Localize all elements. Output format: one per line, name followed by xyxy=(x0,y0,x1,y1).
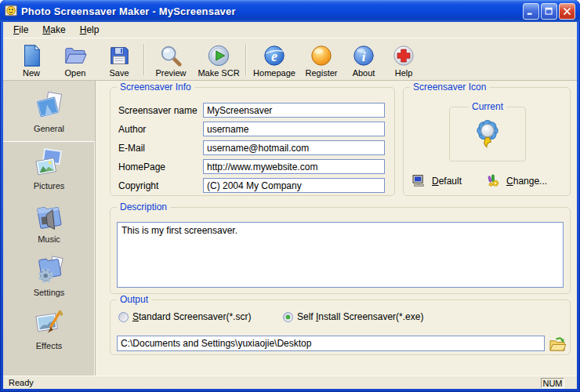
default-link[interactable]: Default xyxy=(432,176,462,187)
author-input[interactable] xyxy=(203,122,385,136)
effects-icon xyxy=(33,307,66,340)
about-button[interactable]: i About xyxy=(343,39,384,80)
field-row: HomePage xyxy=(118,159,385,174)
close-button[interactable] xyxy=(559,3,575,20)
help-button[interactable]: Help xyxy=(384,39,423,80)
sidebar: General Pictures Music Settings Effects xyxy=(3,81,96,376)
play-circle-icon xyxy=(207,44,230,67)
save-button[interactable]: Save xyxy=(97,39,141,80)
homepage-label: HomePage xyxy=(118,162,203,172)
minimize-icon xyxy=(525,5,537,17)
sidebar-item-general[interactable]: General xyxy=(3,81,95,142)
save-floppy-icon xyxy=(107,44,131,67)
maximize-icon xyxy=(543,5,555,17)
screensaver-name-label: Screensaver name xyxy=(118,105,203,116)
rosette-icon xyxy=(472,117,503,151)
open-folder-icon xyxy=(63,44,87,67)
toolbar-separator xyxy=(143,44,145,75)
self-install-label: Self Install Screensaver(*.exe) xyxy=(297,311,423,322)
field-row: Screensaver name xyxy=(118,103,385,118)
copyright-input[interactable] xyxy=(203,178,385,193)
new-document-icon xyxy=(20,44,43,67)
menu-bar: File Make Help xyxy=(3,22,577,38)
field-row: Author xyxy=(118,122,385,136)
radio-standard-scr[interactable] xyxy=(118,312,129,322)
field-row: Copyright xyxy=(118,178,385,193)
copyright-label: Copyright xyxy=(118,180,203,191)
toolbar: New Open Save Preview Make SCR e xyxy=(3,38,577,81)
sidebar-item-pictures[interactable]: Pictures xyxy=(3,142,95,195)
screensaver-info-group: Screensaver Info Screensaver name Author… xyxy=(110,87,395,196)
current-label: Current xyxy=(469,101,506,112)
open-folder-arrow-icon xyxy=(549,336,567,352)
change-link[interactable]: Change... xyxy=(506,176,547,187)
status-text: Ready xyxy=(3,378,541,387)
email-input[interactable] xyxy=(203,140,385,155)
self-install-option[interactable]: Self Install Screensaver(*.exe) xyxy=(283,311,423,322)
browse-folder-button[interactable] xyxy=(548,335,567,352)
sidebar-item-music[interactable]: Music xyxy=(3,195,95,249)
title-bar[interactable]: Photo Screensaver Maker - MyScreensaver xyxy=(0,0,580,22)
change-tools-icon xyxy=(487,174,500,187)
open-button[interactable]: Open xyxy=(53,39,97,80)
internet-e-icon: e xyxy=(263,44,286,67)
screensaver-icon-group: Screensaver Icon Current xyxy=(403,87,571,196)
settings-icon xyxy=(33,254,66,287)
homepage-button[interactable]: e Homepage xyxy=(249,39,299,80)
screensaver-icon-title: Screensaver Icon xyxy=(410,82,489,93)
description-title: Description xyxy=(117,201,170,212)
field-row: E-Mail xyxy=(118,140,385,155)
radio-self-install[interactable] xyxy=(283,312,293,322)
sidebar-item-settings[interactable]: Settings xyxy=(3,249,95,302)
menu-help[interactable]: Help xyxy=(73,23,107,37)
description-textarea[interactable]: This is my first screensaver. xyxy=(117,222,564,288)
register-button[interactable]: Register xyxy=(299,39,343,80)
output-path-input[interactable] xyxy=(117,336,545,351)
info-sphere-icon: i xyxy=(352,44,375,67)
standard-scr-label: Standard Screensaver(*.scr) xyxy=(132,311,251,322)
output-title: Output xyxy=(117,294,151,305)
author-label: Author xyxy=(118,124,203,135)
num-lock-indicator: NUM xyxy=(541,378,564,388)
red-cross-icon xyxy=(392,44,415,67)
toolbar-separator xyxy=(245,44,247,75)
maximize-button[interactable] xyxy=(541,3,557,20)
output-group: Output Standard Screensaver(*.scr) Self … xyxy=(110,299,571,355)
description-group: Description This is my first screensaver… xyxy=(110,207,571,294)
main-panel: Screensaver Info Screensaver name Author… xyxy=(96,81,577,376)
app-window: Photo Screensaver Maker - MyScreensaver … xyxy=(0,0,580,392)
make-scr-button[interactable]: Make SCR xyxy=(194,39,243,80)
app-icon xyxy=(5,5,17,17)
menu-file[interactable]: File xyxy=(6,23,35,37)
screensaver-name-input[interactable] xyxy=(203,103,385,118)
orange-sphere-icon xyxy=(310,44,333,67)
status-bar: Ready NUM xyxy=(3,376,577,389)
homepage-input[interactable] xyxy=(203,159,385,174)
window-title: Photo Screensaver Maker - MyScreensaver xyxy=(21,5,523,17)
screensaver-info-title: Screensaver Info xyxy=(117,82,194,93)
menu-make[interactable]: Make xyxy=(35,23,72,37)
minimize-button[interactable] xyxy=(523,3,539,20)
music-icon xyxy=(33,201,66,234)
standard-scr-option[interactable]: Standard Screensaver(*.scr) xyxy=(118,311,283,322)
new-button[interactable]: New xyxy=(9,39,53,80)
current-icon-box: Current xyxy=(449,107,526,162)
sidebar-item-effects[interactable]: Effects xyxy=(3,302,95,355)
preview-button[interactable]: Preview xyxy=(147,39,194,80)
close-icon xyxy=(561,5,573,17)
magnifier-icon xyxy=(159,44,183,67)
general-icon xyxy=(33,90,66,123)
pictures-icon xyxy=(33,147,66,180)
computer-icon xyxy=(412,174,426,187)
email-label: E-Mail xyxy=(118,143,203,154)
